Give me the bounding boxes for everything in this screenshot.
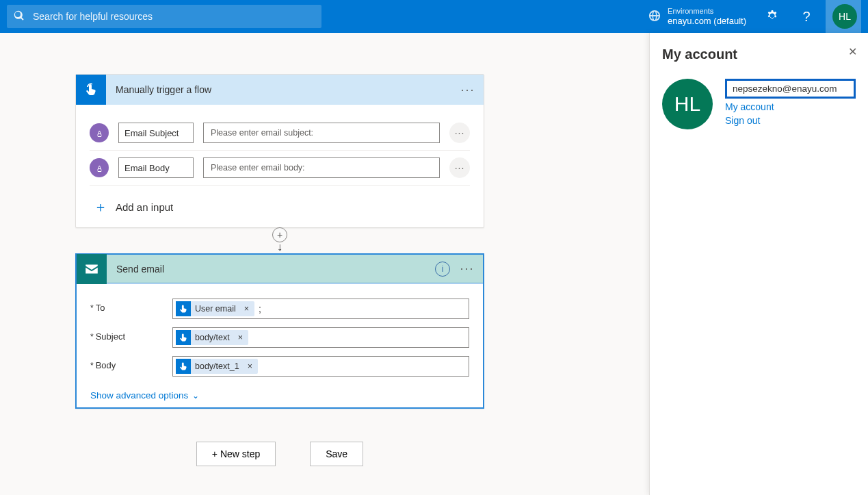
param-value-field[interactable]: Please enter email subject: (203, 123, 440, 143)
body-field[interactable]: body/text_1 × (172, 356, 469, 377)
top-right-cluster: Environments enayu.com (default) ? HL (642, 0, 861, 33)
advanced-label: Show advanced options (90, 390, 188, 401)
token-label: body/text (195, 333, 230, 342)
trigger-input-row: A̲ Email Body Please enter email body: ·… (90, 151, 470, 186)
add-input-label: Add an input (116, 201, 173, 213)
environment-text: Environments enayu.com (default) (668, 7, 746, 27)
trigger-header[interactable]: Manually trigger a flow ··· (76, 75, 484, 105)
param-more-button[interactable]: ··· (449, 157, 470, 178)
show-advanced-options[interactable]: Show advanced options ⌄ (90, 390, 469, 401)
search-icon (14, 10, 25, 23)
account-details: nepsezekno@enayu.com My account Sign out (725, 79, 856, 126)
field-label: Body (90, 356, 172, 370)
trigger-more-button[interactable]: ··· (458, 83, 478, 97)
gear-icon (766, 10, 778, 24)
touch-icon (176, 330, 191, 345)
action-header[interactable]: Send email i ··· (75, 253, 484, 283)
touch-icon (76, 75, 106, 105)
globe-icon (648, 10, 661, 24)
token-label: User email (195, 304, 236, 314)
trigger-body: A̲ Email Subject Please enter email subj… (76, 105, 484, 227)
text-param-icon: A̲ (90, 123, 109, 142)
field-label: To (90, 299, 172, 313)
param-name-field[interactable]: Email Subject (118, 123, 194, 143)
add-input-button[interactable]: ＋ Add an input (94, 198, 470, 216)
account-email[interactable]: nepsezekno@enayu.com (725, 79, 856, 99)
account-button[interactable]: HL (826, 0, 861, 33)
panel-title: My account (662, 47, 856, 62)
token-remove-button[interactable]: × (244, 361, 257, 371)
account-info: HL nepsezekno@enayu.com My account Sign … (662, 79, 856, 129)
param-value-field[interactable]: Please enter email body: (203, 157, 440, 178)
token-label: body/text_1 (195, 361, 239, 371)
dynamic-token[interactable]: User email × (176, 301, 254, 316)
trigger-title: Manually trigger a flow (116, 84, 458, 95)
help-icon: ? (802, 9, 810, 25)
help-button[interactable]: ? (791, 0, 821, 33)
arrow-down-icon: ↓ (277, 241, 282, 253)
token-remove-button[interactable]: × (234, 333, 247, 342)
settings-button[interactable] (757, 0, 787, 33)
environment-picker[interactable]: Environments enayu.com (default) (642, 4, 753, 29)
param-name-field[interactable]: Email Body (118, 157, 194, 178)
subject-field[interactable]: body/text × (172, 327, 469, 348)
my-account-link[interactable]: My account (725, 101, 856, 112)
field-row-to: To User email × ; (90, 294, 469, 323)
trigger-input-row: A̲ Email Subject Please enter email subj… (90, 116, 470, 151)
footer-buttons: + New step Save (75, 442, 484, 466)
field-row-subject: Subject body/text × (90, 323, 469, 352)
mail-icon (77, 254, 107, 284)
to-suffix: ; (259, 303, 261, 314)
environment-label: Environments (668, 7, 746, 16)
dynamic-token[interactable]: body/text_1 × (176, 359, 258, 374)
chevron-down-icon: ⌄ (192, 391, 199, 401)
close-panel-button[interactable]: ✕ (848, 45, 857, 58)
search-input[interactable] (31, 10, 315, 23)
token-remove-button[interactable]: × (240, 304, 253, 314)
param-more-button[interactable]: ··· (449, 123, 470, 143)
account-panel: ✕ My account HL nepsezekno@enayu.com My … (649, 33, 868, 495)
connector: + ↓ (75, 228, 484, 253)
avatar: HL (832, 4, 857, 29)
action-card: Send email i ··· To User email × ; Subje… (75, 253, 484, 409)
action-more-button[interactable]: ··· (457, 262, 477, 276)
new-step-button[interactable]: + New step (196, 442, 276, 466)
to-field[interactable]: User email × ; (172, 299, 469, 319)
sign-out-link[interactable]: Sign out (725, 115, 856, 126)
environment-name: enayu.com (default) (668, 16, 746, 27)
text-param-icon: A̲ (90, 158, 109, 177)
trigger-card: Manually trigger a flow ··· A̲ Email Sub… (75, 74, 484, 228)
insert-step-button[interactable]: + (272, 227, 287, 242)
action-title: Send email (116, 264, 435, 275)
touch-icon (176, 301, 191, 316)
dynamic-token[interactable]: body/text × (176, 330, 248, 345)
field-label: Subject (90, 327, 172, 342)
save-button[interactable]: Save (310, 442, 363, 466)
search-field[interactable] (7, 5, 321, 28)
plus-icon: ＋ (94, 198, 107, 216)
avatar-large: HL (662, 79, 713, 129)
field-row-body: Body body/text_1 × (90, 352, 469, 381)
action-body: To User email × ; Subject body/text (75, 283, 484, 409)
top-bar: Environments enayu.com (default) ? HL (0, 0, 868, 33)
info-button[interactable]: i (435, 262, 450, 277)
touch-icon (176, 359, 191, 374)
